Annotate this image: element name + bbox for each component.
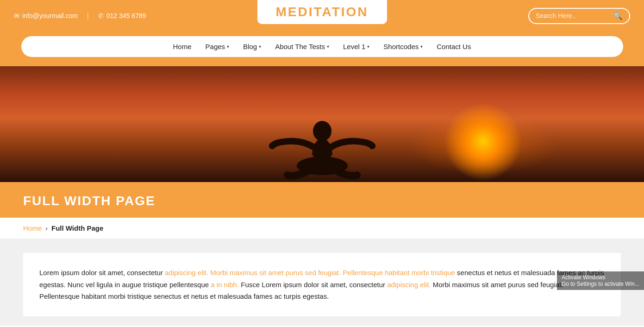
nav-contact-label: Contact Us xyxy=(437,43,471,50)
hero-section xyxy=(0,66,644,182)
nav-pages-label: Pages xyxy=(206,43,225,50)
top-bar: ✉ info@yourmail.com | ✆ 012 345 6789 MED… xyxy=(0,0,644,31)
page-title: FULL WIDTH PAGE xyxy=(23,194,621,208)
svg-rect-4 xyxy=(319,139,325,147)
nav-about-tests-label: About The Tests xyxy=(275,43,325,50)
phone-text: 012 345 6789 xyxy=(106,12,146,19)
nav-level1-label: Level 1 xyxy=(343,43,365,50)
email-text: info@yourmail.com xyxy=(22,12,78,19)
breadcrumb-current: Full Width Page xyxy=(51,224,103,232)
email-contact: ✉ info@yourmail.com xyxy=(14,12,78,19)
chevron-down-icon: ▾ xyxy=(367,44,369,49)
orange-text: adipiscing elit. Morbi maximus sit amet … xyxy=(165,269,455,277)
page-title-section: FULL WIDTH PAGE xyxy=(0,182,644,218)
nav-shortcodes[interactable]: Shortcodes ▾ xyxy=(383,43,423,50)
search-box[interactable]: 🔍 xyxy=(528,8,630,24)
phone-icon: ✆ xyxy=(98,12,104,19)
chevron-down-icon: ▾ xyxy=(327,44,329,49)
search-button[interactable]: 🔍 xyxy=(613,12,623,20)
chevron-down-icon: ▾ xyxy=(420,44,423,49)
chevron-down-icon: ▾ xyxy=(259,44,261,49)
nav-wrapper: Home Pages ▾ Blog ▾ About The Tests ▾ Le… xyxy=(0,31,644,66)
divider: | xyxy=(87,12,89,19)
chevron-down-icon: ▾ xyxy=(227,44,229,49)
site-title: MEDITATION xyxy=(275,5,368,19)
top-bar-contact: ✉ info@yourmail.com | ✆ 012 345 6789 xyxy=(14,12,146,19)
svg-point-3 xyxy=(369,143,375,149)
nav-home[interactable]: Home xyxy=(173,43,192,50)
nav-blog-label: Blog xyxy=(243,43,257,50)
phone-contact: ✆ 012 345 6789 xyxy=(98,12,146,19)
orange-text-3: adipiscing elit. xyxy=(387,281,431,289)
nav-contact[interactable]: Contact Us xyxy=(437,43,471,50)
nav-blog[interactable]: Blog ▾ xyxy=(243,43,261,50)
breadcrumb-separator: › xyxy=(45,224,48,232)
search-input[interactable] xyxy=(536,12,610,19)
svg-point-2 xyxy=(269,143,275,149)
nav-home-label: Home xyxy=(173,43,192,50)
hero-silhouette xyxy=(244,66,401,182)
content-section: Lorem ipsum dolor sit amet, consectetur … xyxy=(0,239,644,326)
nav-container: Home Pages ▾ Blog ▾ About The Tests ▾ Le… xyxy=(21,36,623,57)
site-logo: MEDITATION xyxy=(257,0,387,24)
svg-point-1 xyxy=(313,121,331,141)
breadcrumb-home-link[interactable]: Home xyxy=(23,224,42,232)
nav-shortcodes-label: Shortcodes xyxy=(383,43,419,50)
content-paragraph: Lorem ipsum dolor sit amet, consectetur … xyxy=(39,267,605,302)
breadcrumb: Home › Full Width Page xyxy=(0,218,644,239)
orange-text-2: a in nibh. xyxy=(211,281,239,289)
nav-about-tests[interactable]: About The Tests ▾ xyxy=(275,43,329,50)
email-icon: ✉ xyxy=(14,12,19,19)
nav-pages[interactable]: Pages ▾ xyxy=(206,43,230,50)
content-card: Lorem ipsum dolor sit amet, consectetur … xyxy=(23,253,621,316)
nav-level1[interactable]: Level 1 ▾ xyxy=(343,43,369,50)
